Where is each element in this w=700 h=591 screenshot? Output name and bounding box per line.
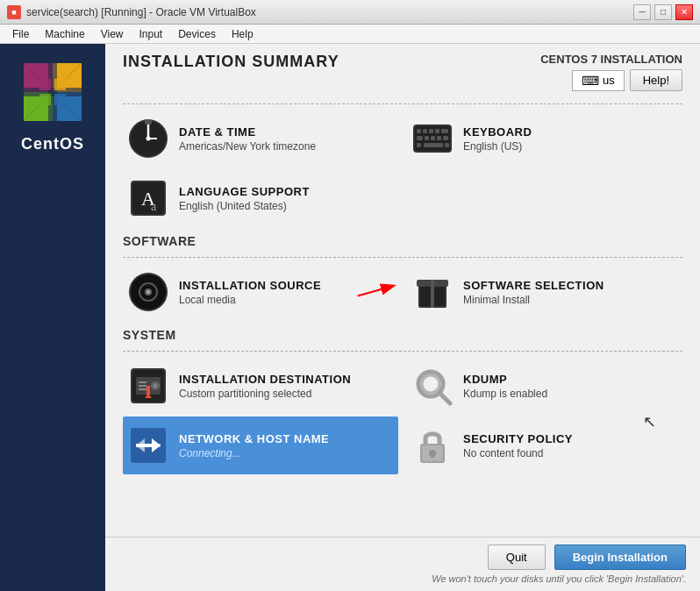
content-area: INSTALLATION SUMMARY CENTOS 7 INSTALLATI…	[105, 44, 700, 537]
network-hostname-title: NETWORK & HOST NAME	[179, 432, 395, 445]
menu-view[interactable]: View	[94, 26, 131, 42]
content-header: INSTALLATION SUMMARY CENTOS 7 INSTALLATI…	[123, 53, 682, 91]
localization-grid: DATE & TIME Americas/New York timezone	[123, 110, 682, 227]
svg-rect-60	[146, 386, 150, 395]
lang-selector[interactable]: ⌨ us	[572, 70, 625, 91]
svg-rect-48	[431, 280, 434, 308]
installation-source-icon	[126, 270, 170, 314]
bottom-note: We won't touch your disks until you clic…	[119, 573, 686, 584]
menubar: File Machine View Input Devices Help	[0, 25, 700, 44]
svg-point-44	[146, 290, 150, 294]
kdump-title: KDUMP	[463, 373, 679, 386]
keyboard-subtitle: English (US)	[463, 140, 679, 153]
language-support-item[interactable]: A a LANGUAGE SUPPORT English (United Sta…	[123, 169, 398, 227]
date-time-text: DATE & TIME Americas/New York timezone	[179, 125, 395, 153]
svg-rect-12	[54, 79, 66, 90]
security-policy-text: SECURITY POLICY No content found	[463, 432, 679, 459]
software-selection-item[interactable]: SOFTWARE SELECTION Minimal Install	[407, 263, 682, 321]
keyboard-text: KEYBOARD English (US)	[463, 125, 679, 153]
begin-installation-button[interactable]: Begin Installation	[554, 545, 686, 570]
svg-point-62	[422, 375, 439, 393]
kdump-icon	[411, 364, 454, 408]
window-controls: ─ □ ✕	[633, 4, 693, 20]
centos-install-label: CENTOS 7 INSTALLATION	[540, 53, 682, 66]
svg-rect-26	[435, 129, 439, 133]
kdump-item[interactable]: KDUMP Kdump is enabled	[407, 357, 682, 415]
network-hostname-subtitle: Connecting...	[179, 447, 395, 459]
help-button[interactable]: Help!	[630, 69, 682, 91]
lang-code: us	[603, 74, 615, 87]
system-section-label: SYSTEM	[123, 328, 682, 342]
language-support-text: LANGUAGE SUPPORT English (United States)	[179, 185, 395, 212]
date-time-title: DATE & TIME	[179, 125, 395, 139]
svg-rect-25	[429, 129, 433, 133]
software-divider	[123, 257, 682, 258]
svg-rect-14	[54, 94, 66, 105]
installation-destination-title: INSTALLATION DESTINATION	[179, 373, 395, 386]
system-grid: INSTALLATION DESTINATION Custom partitio…	[123, 357, 682, 474]
installation-destination-icon	[126, 364, 170, 408]
keyboard-item[interactable]: KEYBOARD English (US)	[407, 110, 682, 167]
svg-rect-20	[145, 119, 152, 125]
software-selection-title: SOFTWARE SELECTION	[463, 279, 679, 292]
svg-text:a: a	[151, 200, 157, 213]
svg-rect-23	[417, 129, 421, 133]
svg-point-55	[154, 384, 157, 388]
window-title: service(search) [Running] - Oracle VM Vi…	[26, 6, 256, 18]
svg-rect-28	[417, 136, 423, 140]
svg-rect-29	[425, 136, 429, 140]
language-support-title: LANGUAGE SUPPORT	[179, 185, 395, 198]
software-section-label: SOFTWARE	[123, 234, 682, 248]
installation-source-text: INSTALLATION SOURCE Local media	[179, 279, 395, 306]
svg-rect-11	[39, 79, 51, 90]
svg-rect-10	[22, 88, 83, 96]
kdump-subtitle: Kdump is enabled	[463, 388, 679, 400]
svg-rect-30	[431, 136, 435, 140]
date-time-subtitle: Americas/New York timezone	[179, 140, 395, 153]
security-policy-subtitle: No content found	[463, 447, 679, 459]
svg-rect-34	[424, 143, 443, 147]
network-hostname-item[interactable]: NETWORK & HOST NAME Connecting...	[123, 417, 398, 474]
window-body: CentOS INSTALLATION SUMMARY CENTOS 7 INS…	[0, 44, 700, 591]
menu-input[interactable]: Input	[132, 26, 170, 42]
bottom-buttons: Quit Begin Installation	[119, 545, 686, 570]
kdump-text: KDUMP Kdump is enabled	[463, 373, 679, 400]
minimize-button[interactable]: ─	[633, 4, 651, 20]
keyboard-title: KEYBOARD	[463, 125, 679, 139]
svg-line-63	[439, 393, 450, 403]
keyboard-icon-item	[411, 117, 454, 160]
svg-rect-32	[443, 136, 448, 140]
content-wrapper: INSTALLATION SUMMARY CENTOS 7 INSTALLATI…	[105, 44, 700, 591]
sidebar: CentOS	[0, 44, 105, 591]
security-policy-title: SECURITY POLICY	[463, 432, 679, 445]
language-support-icon: A a	[126, 176, 170, 220]
installation-destination-item[interactable]: INSTALLATION DESTINATION Custom partitio…	[123, 357, 398, 415]
language-support-subtitle: English (United States)	[179, 200, 395, 212]
installation-source-item[interactable]: INSTALLATION SOURCE Local media	[123, 263, 398, 321]
svg-rect-13	[39, 94, 51, 105]
date-time-icon	[126, 117, 170, 160]
menu-machine[interactable]: Machine	[38, 26, 91, 42]
quit-button[interactable]: Quit	[488, 545, 546, 570]
security-policy-item[interactable]: SECURITY POLICY No content found	[407, 417, 682, 474]
menu-devices[interactable]: Devices	[171, 26, 223, 42]
installation-source-subtitle: Local media	[179, 294, 395, 306]
date-time-item[interactable]: DATE & TIME Americas/New York timezone	[123, 110, 398, 167]
installation-destination-text: INSTALLATION DESTINATION Custom partitio…	[179, 373, 395, 400]
menu-file[interactable]: File	[5, 26, 36, 42]
network-hostname-icon	[126, 424, 170, 467]
centos-brand-text: CentOS	[21, 135, 84, 153]
right-header: CENTOS 7 INSTALLATION ⌨ us Help!	[540, 53, 682, 91]
maximize-button[interactable]: □	[654, 4, 672, 20]
software-selection-subtitle: Minimal Install	[463, 294, 679, 306]
localization-divider	[123, 103, 682, 104]
close-button[interactable]: ✕	[675, 4, 693, 20]
system-divider	[123, 351, 682, 352]
software-grid: INSTALLATION SOURCE Local media	[123, 263, 682, 321]
svg-rect-33	[417, 143, 421, 147]
app-icon: ■	[7, 5, 21, 19]
svg-rect-24	[423, 129, 427, 133]
installation-source-title: INSTALLATION SOURCE	[179, 279, 395, 292]
svg-rect-31	[437, 136, 441, 140]
menu-help[interactable]: Help	[225, 26, 261, 42]
